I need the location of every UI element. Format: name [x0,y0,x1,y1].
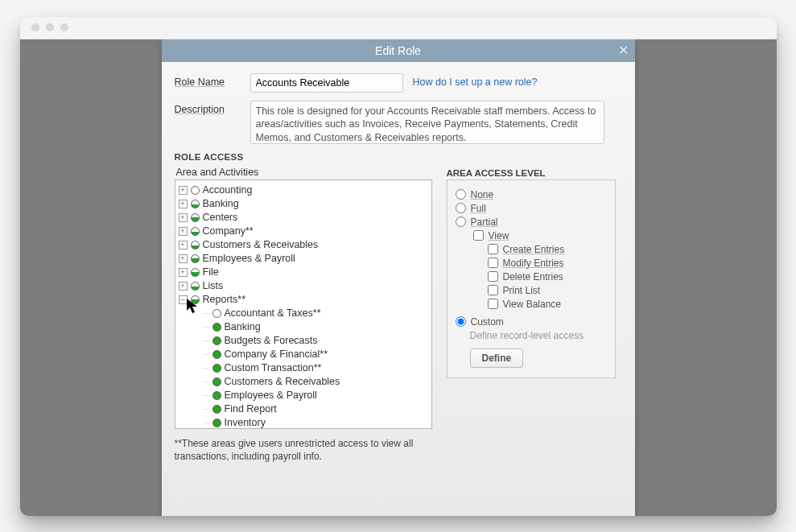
tree-item[interactable]: +Company** [179,225,428,238]
tree-child-item[interactable]: ····Accountant & Taxes** [203,307,428,320]
radio-full-input[interactable] [456,203,466,213]
tree-label: Reports** [203,294,246,305]
expand-icon[interactable]: + [179,213,188,222]
role-name-row: Role Name How do I set up a new role? [175,73,622,93]
check-modify[interactable]: Modify Entries [488,258,607,269]
description-row: Description [175,101,622,144]
status-full-icon [212,323,221,332]
tree-label: Inventory [225,417,266,428]
radio-none-label: None [471,189,494,200]
check-print[interactable]: Print List [488,285,607,296]
app-background: Edit Role ✕ Role Name How do I set up a … [20,39,777,516]
tree-label: Employees & Payroll [225,390,317,401]
tree-column: Area and Activities +Accounting+Banking+… [175,163,432,463]
expand-icon[interactable]: + [179,282,188,291]
dialog-title: Edit Role [375,44,421,57]
radio-custom[interactable]: Custom [456,316,607,328]
tree-connector: ···· [203,350,211,358]
collapse-icon[interactable]: – [179,295,188,304]
check-delete-input[interactable] [488,271,498,282]
tree-item[interactable]: +Accounting [179,184,428,197]
tree-item[interactable]: +Banking [179,197,428,211]
radio-full[interactable]: Full [456,203,607,214]
footnote: **These areas give users unrestricted ac… [175,437,432,463]
close-icon[interactable]: ✕ [618,43,629,58]
tree-label: Accountant & Taxes** [225,307,321,319]
radio-partial-input[interactable] [456,217,466,227]
tree-label: File [203,266,219,278]
area-access-level-title: AREA ACCESS LEVEL [447,168,622,178]
help-link[interactable]: How do I set up a new role? [413,73,538,88]
status-full-icon [212,391,221,400]
tree-item[interactable]: +Employees & Payroll [179,252,428,266]
check-balance[interactable]: View Balance [488,299,607,310]
tree-item-reports[interactable]: – Reports** [179,293,428,307]
tree-label: Banking [225,321,261,332]
check-delete[interactable]: Delete Entries [488,271,607,282]
radio-partial[interactable]: Partial [456,217,607,228]
area-activities-label: Area and Activities [176,167,432,178]
tree-label: Centers [203,212,238,223]
status-none-icon [212,309,221,318]
radio-full-label: Full [471,203,486,214]
tree-item[interactable]: +Centers [179,211,428,225]
role-access-title: ROLE ACCESS [175,152,622,162]
check-create[interactable]: Create Entries [488,244,607,255]
traffic-min[interactable] [46,23,54,31]
status-partial-icon [191,254,200,263]
expand-icon[interactable]: + [179,227,188,236]
tree-connector: ···· [203,336,211,344]
expand-icon[interactable]: + [179,186,188,195]
status-partial-icon [191,227,200,236]
radio-none-input[interactable] [456,189,466,200]
tree-child-item[interactable]: ····Banking [203,320,428,334]
tree-child-item[interactable]: ····Custom Transaction** [203,361,428,375]
tree-item[interactable]: +File [179,266,428,279]
status-full-icon [212,364,221,373]
status-partial-icon [191,282,200,291]
tree-child-item[interactable]: ····Customers & Receivables [203,375,428,389]
tree-label: Lists [203,280,224,291]
status-partial-icon [191,241,200,250]
expand-icon[interactable]: + [179,268,188,277]
role-name-label: Role Name [175,73,241,88]
check-view-input[interactable] [473,230,484,241]
access-area: Area and Activities +Accounting+Banking+… [175,163,622,463]
traffic-max[interactable] [60,23,68,31]
check-create-input[interactable] [488,244,498,254]
description-label: Description [175,101,241,115]
role-name-input[interactable] [250,73,403,93]
tree-child-item[interactable]: ····Inventory [203,416,428,429]
tree-child-item[interactable]: ····Budgets & Forecasts [203,334,428,348]
tree-connector: ···· [203,391,211,399]
check-view[interactable]: View [473,230,607,241]
tree-child-item[interactable]: ····Employees & Payroll [203,389,428,402]
tree-child-item[interactable]: ····Company & Financial** [203,348,428,361]
radio-none[interactable]: None [456,189,607,200]
status-full-icon [212,419,221,427]
description-input[interactable] [250,101,604,144]
check-balance-input[interactable] [488,299,498,309]
browser-frame: Edit Role ✕ Role Name How do I set up a … [20,17,777,516]
expand-icon[interactable]: + [179,241,188,250]
dialog-body: Role Name How do I set up a new role? De… [162,62,635,471]
define-button[interactable]: Define [470,348,524,368]
tree-item[interactable]: +Lists [179,279,428,293]
tree-connector: ···· [203,377,211,386]
tree-label: Budgets & Forecasts [225,335,318,346]
status-full-icon [212,350,221,359]
check-modify-input[interactable] [488,258,498,268]
tree-child-item[interactable]: ····Find Report [203,402,428,416]
status-full-icon [212,336,221,345]
tree-connector: ···· [203,323,211,331]
check-print-input[interactable] [488,285,498,295]
expand-icon[interactable]: + [179,200,188,208]
status-partial-icon [191,200,200,208]
tree-connector: ···· [203,364,211,372]
area-tree[interactable]: +Accounting+Banking+Centers+Company**+Cu… [175,179,432,429]
expand-icon[interactable]: + [179,254,188,263]
traffic-close[interactable] [31,23,39,31]
tree-item[interactable]: +Customers & Receivables [179,238,428,252]
access-level-panel: None Full Partial [447,179,616,378]
radio-custom-input[interactable] [456,316,466,327]
